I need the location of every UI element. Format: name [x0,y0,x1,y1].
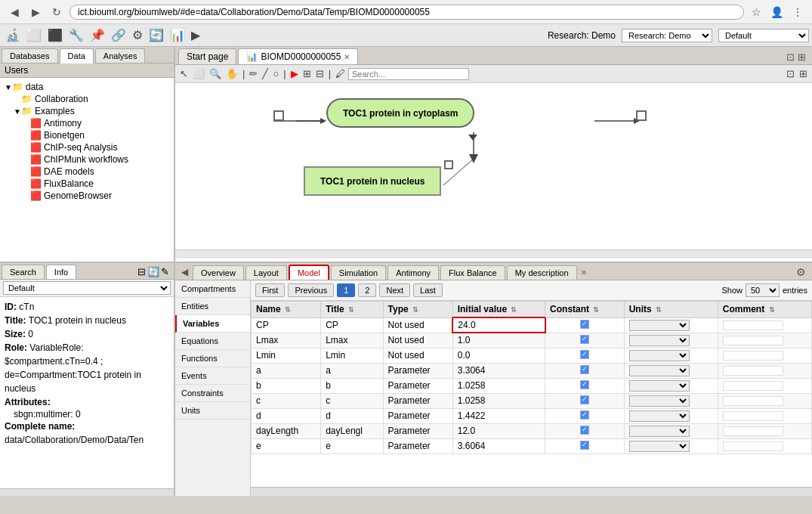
tab-info[interactable]: Info [46,265,76,279]
tab-startpage[interactable]: Start page [178,48,236,64]
units-select[interactable] [629,350,690,361]
show-select[interactable]: 50 100 [746,283,780,297]
units-select[interactable] [629,320,690,331]
sidebar-events[interactable]: Events [175,367,250,385]
tab-analyses[interactable]: Analyses [95,48,146,63]
tab-model[interactable]: Model [289,265,329,280]
next-button[interactable]: Next [379,283,410,297]
pointer-icon[interactable]: ↖ [178,67,190,81]
tool8-icon[interactable]: 📊 [168,26,187,44]
tree-item-fluxbalance[interactable]: 🟥 FluxBalance [3,178,171,190]
sidebar-constraints[interactable]: Constraints [175,385,250,402]
sidebar-entities[interactable]: Entities [175,298,250,315]
checkbox-constant[interactable] [580,350,589,359]
tree-item-examples[interactable]: ▼ 📁 Examples [3,105,171,117]
diagram-search-input[interactable] [348,68,469,80]
cell-units[interactable] [624,423,718,438]
play-icon[interactable]: ▶ [289,67,300,81]
tree-item-data[interactable]: ▼ 📁 data [3,81,171,93]
node-cytoplasm[interactable]: TOC1 protein in cytoplasm [326,98,474,128]
circle-icon[interactable]: ○ [271,67,280,81]
comment-input[interactable] [723,381,783,391]
table-icon[interactable]: ⊟ [314,67,326,81]
cell-units[interactable] [624,408,718,423]
comment-input[interactable] [723,366,783,376]
cell-constant[interactable] [545,408,625,423]
forward-button[interactable]: ▶ [27,4,44,20]
cell-comment[interactable] [718,408,811,423]
tab-data[interactable]: Data [60,48,94,63]
tool3-icon[interactable]: 🔧 [66,26,86,44]
checkbox-constant[interactable] [580,380,589,389]
info-icon1[interactable]: ⊟ [137,266,146,277]
checkbox-constant[interactable] [580,426,589,435]
reload-button[interactable]: ↻ [48,4,65,20]
cell-initial[interactable]: 3.3064 [452,363,545,378]
col-units[interactable]: Units ⇅ [624,302,718,318]
comment-input[interactable] [723,396,783,406]
cell-comment[interactable] [718,317,811,333]
cell-initial[interactable]: 1.0258 [452,378,545,393]
tool1-icon[interactable]: ⬜ [24,26,44,44]
cell-comment[interactable] [718,333,811,348]
tool4-icon[interactable]: 📌 [88,26,107,44]
units-select[interactable] [629,410,690,422]
col-constant[interactable]: Constant ⇅ [545,302,625,318]
units-select[interactable] [629,441,690,452]
tab-my-description[interactable]: My description [507,265,577,280]
comment-input[interactable] [723,351,783,361]
diagram-hscroll[interactable] [175,249,812,259]
tab-databases[interactable]: Databases [2,48,58,63]
cell-comment[interactable] [718,423,811,438]
tab-flux-balance[interactable]: Flux Balance [440,265,505,280]
cell-comment[interactable] [718,363,811,378]
first-button[interactable]: First [255,283,285,297]
tree-item-chipseq[interactable]: 🟥 ChIP-seq Analysis [3,141,171,153]
tree-item-collaboration[interactable]: 📁 Collaboration [3,93,171,105]
cell-units[interactable] [624,363,718,378]
tree-item-dae[interactable]: 🟥 DAE models [3,166,171,178]
info-default-select[interactable]: Default [3,281,171,295]
tool6-icon[interactable]: ⚙ [130,26,145,44]
table-hscroll[interactable] [251,487,812,496]
checkbox-constant[interactable] [580,335,589,344]
info-icon3[interactable]: ✎ [161,266,169,277]
url-bar[interactable]: ict.biouml.org/bioumlweb/#de=data/Collab… [69,5,744,20]
page1-button[interactable]: 1 [337,283,355,297]
tab-search[interactable]: Search [2,265,45,279]
last-button[interactable]: Last [413,283,443,297]
cell-initial[interactable]: 1.0258 [452,393,545,408]
units-select[interactable] [629,426,690,437]
cell-initial[interactable]: 1.4422 [452,408,545,423]
page2-button[interactable]: 2 [358,283,376,297]
checkbox-constant[interactable] [580,410,589,420]
expand-examples-icon[interactable]: ▼ [14,107,21,116]
tab-antimony[interactable]: Antimony [387,265,439,280]
tree-item-antimony[interactable]: 🟥 Antimony [3,117,171,129]
tool7-icon[interactable]: 🔄 [147,26,166,44]
comment-input[interactable] [723,411,783,421]
cell-initial[interactable]: 1.0 [452,333,545,348]
cell-constant[interactable] [545,378,625,393]
tab-biomd[interactable]: 📊 BIOMD0000000055 ✕ [238,48,358,64]
cell-initial[interactable]: 12.0 [452,423,545,438]
cell-units[interactable] [624,317,718,333]
node-nucleus[interactable]: TOC1 protein in nucleus [304,166,441,196]
sidebar-functions[interactable]: Functions [175,350,250,367]
expand-data-icon[interactable]: ▼ [5,83,12,91]
col-type[interactable]: Type ⇅ [383,302,452,318]
cell-constant[interactable] [545,393,625,408]
cell-initial[interactable]: 3.6064 [452,438,545,454]
panel-icon2[interactable]: ⊞ [798,67,809,81]
cell-constant[interactable] [545,333,625,348]
close-biomd-icon[interactable]: ✕ [344,53,350,61]
select-icon[interactable]: ⬜ [191,67,206,81]
draw-icon[interactable]: ✏ [248,67,259,81]
info-scroll-h[interactable] [0,488,174,496]
cell-units[interactable] [624,438,718,454]
comment-input[interactable] [723,441,783,451]
col-name[interactable]: Name ⇅ [252,302,321,318]
menu-icon[interactable]: ⋮ [789,5,806,20]
cell-comment[interactable] [718,378,811,393]
cell-constant[interactable] [545,348,625,363]
